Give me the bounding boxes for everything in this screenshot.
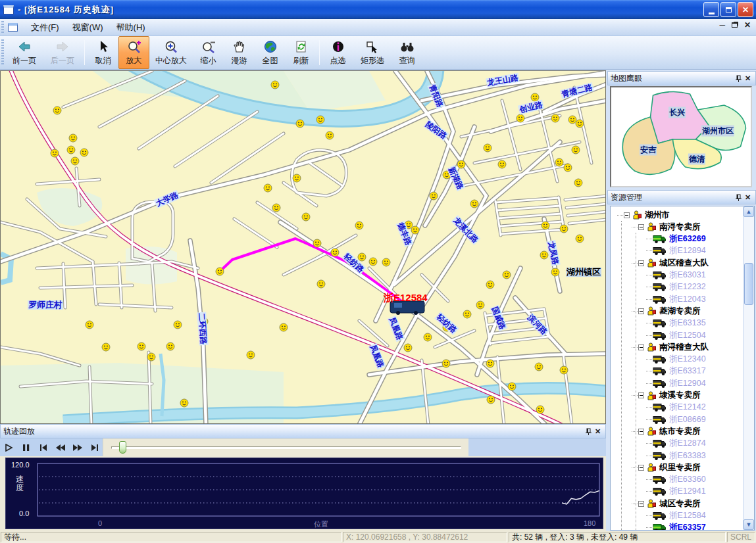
tree-expand-toggle[interactable] [624, 212, 630, 218]
tree-item-6[interactable]: 浙E12232 [646, 281, 706, 293]
mdi-restore-button[interactable] [732, 22, 738, 28]
tree-item-21[interactable]: 织里专卖所 [632, 461, 701, 473]
tree-expand-toggle[interactable] [638, 260, 644, 266]
vehicle-marker-smiley[interactable] [405, 221, 413, 229]
playback-rewind-button[interactable] [53, 440, 68, 455]
mdi-minimize-button[interactable]: ─ [719, 22, 725, 28]
vehicle-marker-smiley[interactable] [80, 149, 88, 156]
vehicle-marker-smiley[interactable] [442, 360, 450, 367]
tree-item-12[interactable]: 浙E12340 [646, 354, 706, 366]
vehicle-marker-smiley[interactable] [302, 213, 310, 221]
tree-item-14[interactable]: 浙E12904 [646, 377, 706, 389]
vehicle-marker-smiley[interactable] [216, 268, 224, 275]
vehicle-marker-smiley[interactable] [517, 114, 524, 122]
vehicle-marker-smiley[interactable] [147, 353, 155, 361]
vehicle-marker-smiley[interactable] [71, 157, 79, 165]
vehicle-marker-smiley[interactable] [382, 258, 390, 266]
tree-item-13[interactable]: 浙E63317 [646, 366, 706, 377]
eagle-eye-map[interactable]: 长兴湖州市区安吉德清 [610, 86, 752, 187]
vehicle-marker-smiley[interactable] [535, 363, 543, 371]
vehicle-marker-smiley[interactable] [457, 160, 465, 168]
tree-scrollbar[interactable]: ▲ ▼ [743, 206, 754, 530]
tree-item-22[interactable]: 浙E63360 [646, 474, 706, 486]
tree-expand-toggle[interactable] [638, 308, 644, 314]
tree-item-2[interactable]: 浙E63269 [646, 233, 706, 245]
vehicle-marker-smiley[interactable] [536, 406, 544, 413]
vehicle-marker-smiley[interactable] [542, 222, 549, 229]
playback-play-button[interactable] [1, 440, 17, 455]
vehicle-marker-smiley[interactable] [316, 116, 324, 124]
vehicle-marker-smiley[interactable] [430, 192, 438, 200]
playback-fast-forward-button[interactable] [70, 440, 86, 455]
vehicle-marker-smiley[interactable] [498, 160, 506, 168]
pin-icon[interactable] [583, 427, 593, 437]
minimize-button[interactable] [703, 2, 719, 17]
vehicle-marker-smiley[interactable] [166, 342, 174, 350]
vehicle-marker-smiley[interactable] [86, 321, 93, 329]
tree-item-4[interactable]: 城区稽查大队 [632, 257, 709, 269]
tree-expand-toggle[interactable] [638, 429, 644, 435]
vehicle-marker-smiley[interactable] [424, 333, 432, 341]
scroll-up-icon[interactable]: ▲ [743, 206, 754, 217]
vehicle-marker-smiley[interactable] [358, 253, 366, 261]
toolbar-button-point-select[interactable]: 点选 [322, 36, 353, 69]
slider-thumb[interactable] [119, 441, 126, 454]
vehicle-marker-smiley[interactable] [531, 93, 539, 101]
playback-pause-button[interactable] [18, 440, 34, 455]
vehicle-marker-smiley[interactable] [138, 342, 145, 350]
vehicle-marker-smiley[interactable] [576, 120, 584, 128]
vehicle-marker-smiley[interactable] [180, 399, 188, 407]
vehicle-marker-smiley[interactable] [486, 360, 494, 367]
vehicle-marker-smiley[interactable] [555, 158, 563, 166]
vehicle-marker-smiley[interactable] [280, 323, 288, 331]
tree-expand-toggle[interactable] [638, 344, 644, 350]
vehicle-marker-smiley[interactable] [313, 239, 321, 247]
tree-item-0[interactable]: 湖州市 [617, 209, 670, 221]
tree-item-10[interactable]: 浙E12504 [646, 329, 706, 341]
tree-expand-toggle[interactable] [638, 465, 644, 471]
tree-item-17[interactable]: 浙E08669 [646, 413, 706, 425]
vehicle-marker-smiley[interactable] [576, 235, 584, 243]
toolbar-button-cancel-cursor[interactable]: 取消 [88, 36, 118, 69]
vehicle-marker-smiley[interactable] [51, 149, 59, 157]
tree-item-18[interactable]: 练市专卖所 [632, 425, 701, 437]
map-canvas[interactable] [1, 71, 606, 424]
vehicle-marker-smiley[interactable] [540, 251, 548, 259]
toolbar-button-prev-page[interactable]: 前一页 [5, 36, 43, 69]
vehicle-marker-smiley[interactable] [200, 318, 208, 325]
close-icon[interactable]: ✕ [743, 74, 753, 83]
vehicle-marker-smiley[interactable] [355, 222, 363, 229]
tree-expand-toggle[interactable] [638, 224, 644, 230]
tree-item-16[interactable]: 浙E12142 [646, 402, 706, 413]
tree-item-23[interactable]: 浙E12941 [646, 486, 706, 498]
vehicle-marker-smiley[interactable] [551, 114, 559, 122]
vehicle-marker-smiley[interactable] [443, 171, 451, 179]
tree-expand-toggle[interactable] [638, 392, 644, 398]
tree-item-7[interactable]: 浙E12043 [646, 293, 706, 305]
vehicle-marker-smiley[interactable] [574, 179, 582, 187]
toolbar-button-next-page[interactable]: 后一页 [43, 36, 82, 69]
playback-skip-end-button[interactable] [87, 440, 103, 455]
vehicle-marker-smiley[interactable] [404, 344, 412, 352]
toolbar-button-zoom-center[interactable]: 中心放大 [149, 36, 193, 69]
toolbar-button-zoom-in[interactable]: 放大 [118, 36, 149, 69]
vehicle-marker-smiley[interactable] [551, 268, 559, 276]
vehicle-marker-smiley[interactable] [102, 343, 110, 351]
vehicle-marker-smiley[interactable] [476, 301, 484, 309]
vehicle-marker-smiley[interactable] [331, 248, 339, 256]
tree-item-11[interactable]: 南浔稽查大队 [632, 341, 709, 353]
vehicle-marker-smiley[interactable] [293, 174, 301, 182]
tree-item-24[interactable]: 城区专卖所 [632, 498, 701, 509]
vehicle-marker-smiley[interactable] [572, 146, 580, 154]
tree-item-15[interactable]: 埭溪专卖所 [632, 390, 701, 402]
tree-item-8[interactable]: 菱湖专卖所 [632, 305, 701, 317]
vehicle-marker-smiley[interactable] [296, 120, 304, 128]
vehicle-marker-smiley[interactable] [568, 116, 576, 124]
mdi-close-button[interactable]: ✕ [744, 22, 751, 28]
vehicle-marker-smiley[interactable] [53, 106, 61, 114]
playback-skip-start-button[interactable] [36, 440, 51, 455]
tree-item-26[interactable]: 浙E63357 [646, 522, 706, 530]
vehicle-marker-smiley[interactable] [508, 383, 516, 390]
scrollbar-thumb[interactable] [744, 263, 753, 305]
toolbar-button-rect-select[interactable]: 矩形选 [353, 36, 391, 69]
